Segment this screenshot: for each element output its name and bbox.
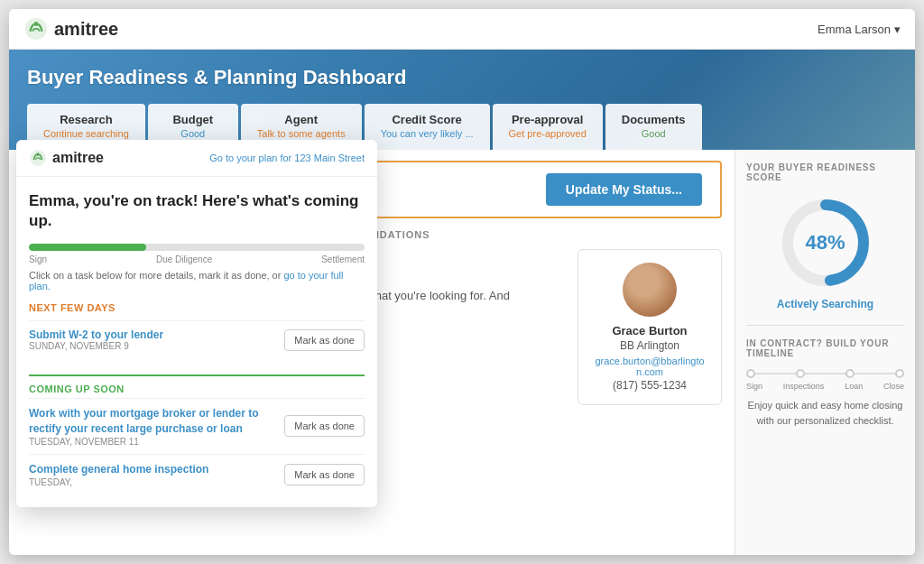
user-menu[interactable]: Emma Larson ▾ [818,23,901,36]
tab-credit-score[interactable]: Credit Score You can very likely ... [365,104,490,150]
task-title-inspection[interactable]: Complete general home inspection [29,462,277,477]
popup-logo-icon [29,149,47,167]
agent-phone: (817) 555-1234 [591,379,708,392]
timeline-dot-sign [746,369,755,378]
task-date-inspection: TUESDAY, [29,477,277,487]
right-sidebar: YOUR BUYER READINESS SCORE 48% Actively … [735,150,915,555]
popup-bottom: COMING UP SOON Work with your mortgage b… [16,364,377,506]
task-row-inspection: Complete general home inspection TUESDAY… [29,454,365,495]
logo-icon [23,16,49,42]
tab-documents[interactable]: Documents Good [605,104,702,150]
mark-done-mortgage[interactable]: Mark as done [284,415,365,437]
progress-bar-fill [29,244,146,251]
timeline-dot-loan [845,369,855,378]
task-date-mortgage: TUESDAY, NOVEMBER 11 [29,437,277,447]
progress-labels: Sign Due Diligence Settlement [29,254,365,264]
score-status: Actively Searching [777,298,873,310]
task-date-w2: SUNDAY, NOVEMBER 9 [29,341,163,351]
logo: amitree [23,16,118,42]
timeline-dot-inspections [796,369,805,378]
task-title-w2[interactable]: Submit W-2 to your lender [29,328,163,341]
timeline-labels: Sign Inspections Loan Close [746,382,904,391]
update-status-button[interactable]: Update My Status... [546,173,702,206]
task-title-mortgage[interactable]: Work with your mortgage broker or lender… [29,406,277,437]
svg-point-1 [34,22,39,26]
task-row-mortgage: Work with your mortgage broker or lender… [29,398,365,454]
timeline-title: IN CONTRACT? BUILD YOUR TIMELINE [746,338,904,358]
agent-card: Grace Burton BB Arlington grace.burton@b… [578,249,722,405]
timeline-dots [746,369,904,378]
popup-card: amitree Go to your plan for 123 Main Str… [16,140,377,507]
next-days-label: NEXT FEW DAYS [29,302,365,313]
agent-company: BB Arlington [591,339,708,352]
top-bar: amitree Emma Larson ▾ [9,9,915,50]
popup-plan-link[interactable]: Go to your plan for 123 Main Street [209,153,365,163]
progress-bar-container: Sign Due Diligence Settlement [29,244,365,264]
agent-name: Grace Burton [591,324,708,337]
popup-body: Emma, you're on track! Here's what's com… [16,177,377,364]
timeline-dot-close [895,369,904,378]
svg-point-5 [36,153,39,155]
tab-preapproval[interactable]: Pre-approval Get pre-approved [493,104,603,150]
score-donut: 48% Actively Searching [746,193,904,310]
popup-heading: Emma, you're on track! Here's what's com… [29,191,365,231]
agent-email[interactable]: grace.burton@bbarlington.com [591,356,708,377]
agent-avatar [623,263,677,317]
task-row-w2: Submit W-2 to your lender SUNDAY, NOVEMB… [29,320,365,358]
hero-title: Buyer Readiness & Planning Dashboard [27,66,897,89]
popup-logo: amitree [29,149,104,167]
timeline-desc: Enjoy quick and easy home closing with o… [746,398,904,428]
coming-soon-label: COMING UP SOON [29,374,365,394]
full-plan-link[interactable]: go to your full plan. [29,270,344,291]
mark-done-inspection[interactable]: Mark as done [284,464,365,485]
mark-done-w2[interactable]: Mark as done [284,329,365,351]
score-section-title: YOUR BUYER READINESS SCORE [746,162,904,182]
score-percent: 48% [805,231,845,254]
popup-instruction: Click on a task below for more details, … [29,270,365,291]
popup-header: amitree Go to your plan for 123 Main Str… [16,140,377,177]
hero-banner: Buyer Readiness & Planning Dashboard Res… [9,50,915,150]
timeline-section: IN CONTRACT? BUILD YOUR TIMELINE Sign In… [746,325,904,428]
